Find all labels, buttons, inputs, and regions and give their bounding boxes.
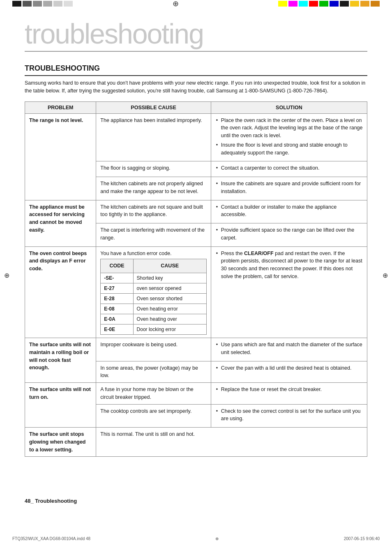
color-swatch-1 — [12, 1, 21, 7]
top-bar-left-colors — [0, 0, 73, 7]
error-code-e0e: E-0E — [101, 324, 133, 335]
error-code-e27: E-27 — [101, 283, 133, 294]
top-bar-center-mark: ⊕ — [73, 0, 278, 7]
table-header-cause: POSSIBLE CAUSE — [96, 101, 211, 113]
error-code-e0a: E-0A — [101, 314, 133, 324]
top-bar-right-colors — [278, 0, 392, 7]
registration-mark-top: ⊕ — [173, 0, 179, 8]
problem-cell-1: The range is not level. — [25, 113, 96, 200]
troubleshoot-table: PROBLEM POSSIBLE CAUSE SOLUTION The rang… — [25, 101, 367, 457]
solution-cell-3a: Press the CLEAR/OFF pad and restart the … — [211, 246, 367, 338]
page-label-text: Troubleshooting — [35, 498, 77, 504]
table-row: The oven control beeps and displays an F… — [25, 246, 367, 338]
solution-cell-2a: Contact a builder or installer to make t… — [211, 200, 367, 223]
color-swatch-5 — [53, 1, 62, 7]
error-table-row: E-27 oven sensor opened — [101, 283, 207, 294]
cause-cell-4a: Improper cookware is being used. — [96, 338, 211, 361]
error-cause-se: Shorted key — [133, 273, 206, 283]
page-title: troubleshooting — [25, 20, 367, 52]
table-row: The range is not level. The appliance ha… — [25, 113, 367, 161]
error-table-row: E-0A Oven heating over — [101, 314, 207, 324]
cause-cell-1c: The kitchen cabinets are not properly al… — [96, 177, 211, 200]
top-color-bar: ⊕ — [0, 0, 392, 7]
cause-cell-5a: A fuse in your home may be blown or the … — [96, 383, 211, 405]
solution-cell-1a: Place the oven rack in the center of the… — [211, 113, 367, 161]
intro-text: Samsung works hard to ensure that you do… — [25, 79, 367, 95]
problem-cell-4: The surface units will not maintain a ro… — [25, 338, 96, 383]
error-cause-e27: oven sensor opened — [133, 283, 206, 294]
error-cause-e28: Oven sensor shorted — [133, 294, 206, 304]
registration-mark-right: ⊕ — [383, 272, 388, 279]
error-table-header-cause: CAUSE — [133, 259, 206, 273]
error-code-se: -SE- — [101, 273, 133, 283]
solution-cell-5a: Replace the fuse or reset the circuit br… — [211, 383, 367, 405]
color-swatch-g — [319, 1, 328, 7]
cause-cell-6a: This is normal. The unit is still on and… — [96, 428, 367, 457]
table-header-solution: SOLUTION — [211, 101, 367, 113]
cause-cell-2b: The carpet is interfering with movement … — [96, 223, 211, 247]
page-number-text: 48_ — [25, 498, 34, 504]
color-swatch-r — [309, 1, 318, 7]
solution-cell-4b: Cover the pan with a lid until the desir… — [211, 361, 367, 383]
cause-cell-3a: You have a function error code. CODE CAU… — [96, 246, 211, 338]
color-swatch-c — [299, 1, 308, 7]
color-swatch-2 — [23, 1, 32, 7]
cause-cell-5b: The cooktop controls are set improperly. — [96, 404, 211, 428]
color-swatch-b — [330, 1, 339, 7]
solution-cell-4a: Use pans which are flat and match the di… — [211, 338, 367, 361]
problem-cell-3: The oven control beeps and displays an F… — [25, 246, 96, 338]
table-row: The appliance must be accessed for servi… — [25, 200, 367, 223]
color-swatch-k — [340, 1, 349, 7]
error-table-row: E-0E Door locking error — [101, 324, 207, 335]
problem-cell-2: The appliance must be accessed for servi… — [25, 200, 96, 246]
table-row: The surface units will not maintain a ro… — [25, 338, 367, 361]
table-row: The surface unit stops glowing when chan… — [25, 428, 367, 457]
error-cause-e08: Oven heating error — [133, 304, 206, 314]
solution-cell-1b: Contact a carpenter to correct the situa… — [211, 161, 367, 177]
bottom-bar-left-text: FTQ352IWUX_XAA DG68-00104A.indd 48 — [12, 536, 90, 541]
bottom-bar-center-mark: ⊕ — [215, 536, 219, 541]
color-swatch-g3 — [371, 1, 380, 7]
color-swatch-m — [288, 1, 297, 7]
color-swatch-g2 — [360, 1, 369, 7]
table-row: The surface units will not turn on. A fu… — [25, 383, 367, 405]
color-swatch-6 — [64, 1, 73, 7]
bottom-bar: FTQ352IWUX_XAA DG68-00104A.indd 48 ⊕ 200… — [0, 534, 392, 543]
footer-page-number: 48_ Troubleshooting — [25, 498, 77, 504]
main-content: troubleshooting TROUBLESHOOTING Samsung … — [0, 7, 392, 481]
color-swatch-y — [278, 1, 287, 7]
registration-mark-left: ⊕ — [4, 272, 9, 279]
error-table-row: E-28 Oven sensor shorted — [101, 294, 207, 304]
solution-cell-1c: Insure the cabinets are square and provi… — [211, 177, 367, 200]
error-code-e08: E-08 — [101, 304, 133, 314]
bottom-bar-right-text: 2007-06-15 9:06:40 — [344, 536, 380, 541]
error-code-e28: E-28 — [101, 294, 133, 304]
error-table-header-code: CODE — [101, 259, 133, 273]
color-swatch-3 — [33, 1, 42, 7]
cause-cell-2a: The kitchen cabinets are not square and … — [96, 200, 211, 223]
color-swatch-g1 — [350, 1, 359, 7]
footer: 48_ Troubleshooting — [0, 498, 392, 504]
solution-cell-2b: Provide sufficient space so the range ca… — [211, 223, 367, 247]
error-code-table: CODE CAUSE -SE- Shorted key E-27 o — [100, 259, 207, 335]
table-header-problem: PROBLEM — [25, 101, 96, 113]
cause-cell-1b: The floor is sagging or sloping. — [96, 161, 211, 177]
error-table-row: -SE- Shorted key — [101, 273, 207, 283]
color-swatch-4 — [43, 1, 52, 7]
section-heading: TROUBLESHOOTING — [25, 64, 367, 76]
error-cause-e0e: Door locking error — [133, 324, 206, 335]
cause-cell-1a: The appliance has been installed imprope… — [96, 113, 211, 161]
cause-cell-4b: In some areas, the power (voltage) may b… — [96, 361, 211, 383]
problem-cell-5: The surface units will not turn on. — [25, 383, 96, 428]
error-table-row: E-08 Oven heating error — [101, 304, 207, 314]
solution-cell-5b: Check to see the correct control is set … — [211, 404, 367, 428]
problem-cell-6: The surface unit stops glowing when chan… — [25, 428, 96, 457]
error-cause-e0a: Oven heating over — [133, 314, 206, 324]
